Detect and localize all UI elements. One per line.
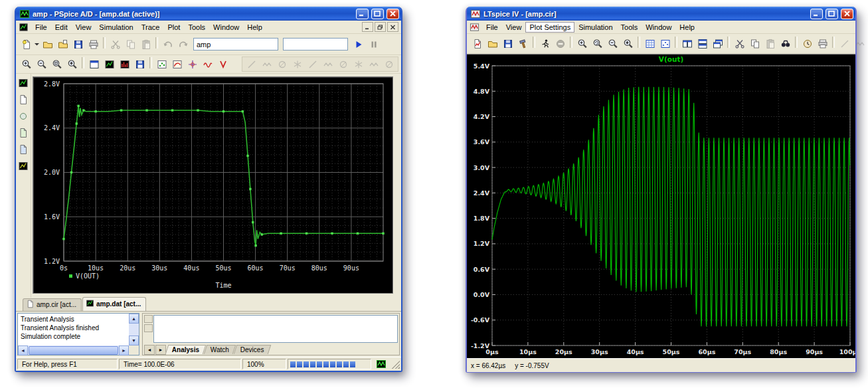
- scroll-right-icon[interactable]: ►: [119, 345, 129, 355]
- gray-page-icon[interactable]: [17, 93, 31, 106]
- tile-vertical-button[interactable]: [679, 37, 695, 50]
- resize-grip[interactable]: [391, 359, 400, 369]
- ltspice-plot-svg[interactable]: 0µs10µs20µs30µs40µs50µs60µs70µs80µs90µs1…: [467, 54, 855, 357]
- fourier-button[interactable]: [117, 57, 132, 71]
- output-tab-analysis[interactable]: Analysis: [165, 345, 207, 354]
- new-simulation-button[interactable]: [19, 37, 34, 51]
- trace-add-button[interactable]: [200, 57, 215, 71]
- zoom-back-button[interactable]: [590, 37, 605, 50]
- horizontal-scrollbar[interactable]: ◄ ►: [18, 345, 129, 355]
- minimize-button[interactable]: [356, 9, 369, 19]
- waveform-logo-icon: [373, 359, 390, 369]
- mdi-restore-button[interactable]: [375, 22, 386, 32]
- mark-points-button[interactable]: [657, 37, 673, 50]
- run-button[interactable]: [351, 37, 366, 51]
- watch-list-box[interactable]: [153, 315, 398, 343]
- secondary-combo[interactable]: [283, 38, 348, 50]
- dropdown-arrow-icon[interactable]: [34, 37, 40, 50]
- display-control-button[interactable]: [132, 57, 147, 71]
- cut-button[interactable]: [732, 37, 747, 50]
- watch-mini-button-1[interactable]: [144, 315, 153, 323]
- save-button[interactable]: [70, 37, 86, 51]
- ltspice-titlebar[interactable]: LTspice IV - [amp.cir]: [467, 7, 855, 21]
- svg-text:80us: 80us: [311, 264, 327, 272]
- pspice-plot-svg[interactable]: 0s10us20us30us40us50us60us70us80us90us2.…: [33, 77, 391, 292]
- mdi-close-button[interactable]: [387, 22, 398, 32]
- green-chart-icon[interactable]: [17, 76, 31, 90]
- zoom-out-button[interactable]: [605, 37, 620, 50]
- circle-icon[interactable]: [17, 110, 31, 123]
- tab-scroll-right-icon[interactable]: ►: [155, 345, 166, 355]
- menu-plot-settings[interactable]: Plot Settings: [525, 22, 574, 33]
- close-button[interactable]: [841, 9, 853, 19]
- svg-text:0µs: 0µs: [485, 348, 499, 355]
- maximize-button[interactable]: [371, 9, 384, 19]
- print-button[interactable]: [86, 37, 101, 51]
- scroll-left-icon[interactable]: ◄: [18, 345, 28, 355]
- run-button[interactable]: [537, 37, 553, 50]
- menu-view[interactable]: View: [72, 22, 96, 33]
- zoom-area-button[interactable]: [49, 57, 64, 71]
- menu-window[interactable]: Window: [642, 22, 675, 33]
- tile-horizontal-button[interactable]: [695, 37, 710, 50]
- svg-text:30us: 30us: [151, 264, 167, 272]
- pspice-waveform-plot[interactable]: 0s10us20us30us40us50us60us70us80us90us2.…: [33, 76, 393, 294]
- menu-tools[interactable]: Tools: [617, 22, 642, 33]
- menu-file[interactable]: File: [31, 22, 51, 33]
- copy-button[interactable]: [747, 37, 762, 50]
- grid-button[interactable]: [642, 37, 657, 50]
- menu-tools[interactable]: Tools: [184, 22, 209, 33]
- yellow-chart-icon[interactable]: [17, 159, 31, 173]
- blue-page-icon[interactable]: [17, 143, 31, 156]
- open-simulation-button[interactable]: [55, 37, 70, 51]
- scroll-down-icon[interactable]: ▼: [129, 336, 139, 345]
- performance-analysis-button[interactable]: [169, 57, 185, 71]
- autorange-button[interactable]: [800, 37, 815, 50]
- cascade-button[interactable]: [710, 37, 725, 50]
- minimize-button[interactable]: [810, 9, 823, 19]
- new-schematic-button[interactable]: [470, 37, 485, 50]
- control-panel-button[interactable]: [515, 37, 531, 50]
- mark-voltage-button[interactable]: [215, 57, 230, 71]
- zoom-in-button[interactable]: [574, 37, 590, 50]
- menu-trace[interactable]: Trace: [137, 22, 164, 33]
- open-file-button[interactable]: [40, 37, 55, 51]
- mark-data-points-button[interactable]: [154, 57, 169, 71]
- menu-file[interactable]: File: [482, 22, 502, 33]
- maximize-button[interactable]: [825, 9, 838, 19]
- menu-window[interactable]: Window: [209, 22, 243, 33]
- log-x-axis-button[interactable]: [102, 57, 117, 71]
- output-tab-devices[interactable]: Devices: [234, 345, 271, 354]
- vertical-scrollbar[interactable]: ▲ ▼: [129, 314, 139, 345]
- doc-tab-amp-dat[interactable]: amp.dat [act...: [82, 297, 146, 311]
- open-button[interactable]: [485, 37, 500, 50]
- doc-tab-amp-cir[interactable]: amp.cir [act...: [23, 298, 82, 311]
- menu-plot[interactable]: Plot: [163, 22, 184, 33]
- pspice-titlebar[interactable]: amp - PSpice A/D - [amp.dat (active)]: [16, 7, 401, 21]
- tab-scroll-left-icon[interactable]: ◄: [144, 345, 155, 355]
- menu-simulation[interactable]: Simulation: [574, 22, 616, 33]
- scroll-up-icon[interactable]: ▲: [129, 314, 139, 324]
- zoom-fit-button[interactable]: [64, 57, 80, 71]
- menu-help[interactable]: Help: [675, 22, 699, 33]
- menu-edit[interactable]: Edit: [51, 22, 72, 33]
- zoom-in-button[interactable]: [19, 57, 34, 71]
- close-button[interactable]: [387, 9, 399, 19]
- find-button[interactable]: [778, 37, 793, 50]
- zoom-out-button[interactable]: [34, 57, 49, 71]
- output-tab-watch[interactable]: Watch: [204, 345, 236, 354]
- menu-simulation[interactable]: Simulation: [95, 22, 137, 33]
- menu-help[interactable]: Help: [243, 22, 266, 33]
- ltspice-waveform-plot[interactable]: 0µs10µs20µs30µs40µs50µs60µs70µs80µs90µs1…: [467, 54, 855, 358]
- print-button[interactable]: [815, 37, 830, 50]
- simulation-profile-combo[interactable]: amp: [193, 38, 278, 50]
- cursor-toggle-button[interactable]: [185, 57, 200, 71]
- save-button[interactable]: [500, 37, 515, 50]
- scrollbar-thumb[interactable]: [29, 346, 118, 355]
- plot-window-button[interactable]: [86, 57, 102, 71]
- mdi-minimize-button[interactable]: [362, 22, 373, 32]
- watch-mini-button-2[interactable]: [144, 324, 153, 332]
- zoom-full-button[interactable]: [620, 37, 636, 50]
- green-page-icon[interactable]: [17, 126, 31, 140]
- menu-view[interactable]: View: [502, 22, 526, 33]
